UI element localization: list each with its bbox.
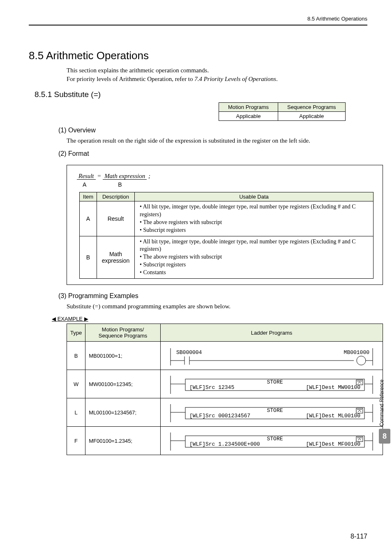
applic-head-sequence: Sequence Programs [278, 103, 345, 112]
examples-heading: (3) Programming Examples [58, 292, 367, 300]
side-tab-label: Command Reference [379, 379, 385, 426]
ladder-dest-label: [WLF]Dest ML00100 [306, 413, 360, 419]
examples-head-ladder: Ladder Programs [161, 324, 383, 342]
examples-head-prog: Motion Programs/Sequence Programs [85, 324, 161, 342]
format-usable-item: All bit type, integer type, double integ… [140, 238, 370, 254]
ladder-dest-label: [WLF]Dest MF00100 [306, 441, 360, 447]
format-usable-item: The above registers with subscript [140, 219, 370, 227]
example-marker: ◀ EXAMPLE ▶ [52, 316, 367, 322]
example-arrow-right-icon: ▶ [84, 316, 88, 322]
ladder-right-label: MB001000 [344, 349, 369, 356]
examples-cell-type: B [67, 342, 85, 370]
examples-row: WMW00100=12345; STORE [WLF]Src 12345 [WL… [67, 370, 383, 398]
ladder-diagram: STORE [WLF]Src 1.234500E+000 [WLF]Dest M… [161, 427, 383, 455]
examples-cell-prog: MF00100=1.2345; [85, 427, 161, 455]
svg-point-6 [357, 356, 366, 365]
format-table: Item Description Usable Data AResultAll … [79, 192, 374, 279]
ladder-left-label: SB000004 [176, 349, 202, 356]
format-row: AResultAll bit type, integer type, doubl… [80, 201, 374, 236]
formula-result: Result [77, 173, 96, 180]
examples-cell-type: W [67, 370, 85, 398]
examples-head-type: Type [67, 324, 85, 342]
ladder-diagram: STORE [WLF]Src 0001234567 [WLF]Dest ML00… [161, 398, 383, 426]
examples-intro: Substitute (=) command programming examp… [67, 302, 367, 311]
format-cell-desc: Result [97, 201, 135, 236]
examples-row: FMF00100=1.2345; STORE [WLF]Src 1.234500… [67, 427, 383, 455]
ladder-store-label: STORE [267, 436, 283, 442]
applic-head-motion: Motion Programs [219, 103, 278, 112]
formula-math: Math expression [103, 173, 147, 180]
ladder-store-label: STORE [267, 379, 283, 385]
format-usable-item: All bit type, integer type, double integ… [140, 203, 370, 219]
format-usable-item: Subscript registers [140, 227, 370, 234]
intro-line-1: This section explains the arithmetic ope… [67, 67, 209, 74]
ladder-dest-label: [WLF]Dest MW00100 [306, 384, 360, 391]
examples-cell-type: F [67, 427, 85, 455]
applic-val-motion: Applicable [219, 112, 278, 121]
side-tab: Command Reference 8 [379, 379, 390, 444]
examples-row: LML00100=1234567; STORE [WLF]Src 0001234… [67, 398, 383, 427]
example-arrow-left-icon: ◀ [52, 316, 56, 322]
intro-xref: 7.4 Priority Levels of Operations [194, 76, 276, 82]
format-cell-item: B [80, 236, 97, 278]
examples-table: Type Motion Programs/Sequence Programs L… [67, 324, 383, 455]
ladder-src-label: [WLF]Src 0001234567 [189, 413, 250, 419]
header-rule [29, 25, 367, 25]
example-marker-text: EXAMPLE [58, 316, 83, 322]
format-cell-usable: All bit type, integer type, double integ… [135, 201, 374, 236]
format-head-desc: Description [97, 192, 135, 201]
examples-row: BMB001000=1; SB000004 MB001000 [67, 342, 383, 370]
examples-cell-type: L [67, 398, 85, 427]
format-head-usable: Usable Data [135, 192, 374, 201]
examples-cell-ladder: STORE [WLF]Src 0001234567 [WLF]Dest ML00… [161, 398, 383, 427]
formula-label-a: A [83, 181, 86, 188]
format-usable-item: The above registers with subscript [140, 253, 370, 261]
header-breadcrumb: 8.5 Arithmetic Operations [307, 16, 367, 22]
format-usable-item: Constants [140, 269, 370, 277]
formula-eq: = [96, 173, 103, 179]
formula-labels: A B [83, 181, 376, 188]
examples-cell-prog: MW00100=12345; [85, 370, 161, 398]
subsection-title: 8.5.1 Substitute (=) [35, 90, 367, 99]
chapter-number-tab: 8 [379, 429, 390, 444]
applic-val-sequence: Applicable [278, 112, 345, 121]
format-cell-desc: Math expression [97, 236, 135, 278]
format-cell-item: A [80, 201, 97, 236]
ladder-diagram: SB000004 MB001000 [161, 342, 383, 370]
examples-cell-prog: MB001000=1; [85, 342, 161, 370]
ladder-src-label: [WLF]Src 12345 [189, 384, 234, 391]
examples-cell-ladder: STORE [WLF]Src 12345 [WLF]Dest MW00100 [161, 370, 383, 398]
format-row: BMath expressionAll bit type, integer ty… [80, 236, 374, 278]
intro-line-2c: . [276, 76, 278, 82]
format-usable-item: Subscript registers [140, 261, 370, 269]
format-box: Result = Math expression ; A B Item Desc… [67, 165, 383, 285]
formula-label-b: B [118, 181, 122, 188]
examples-cell-ladder: SB000004 MB001000 [161, 342, 383, 370]
format-head-item: Item [80, 192, 97, 201]
ladder-store-label: STORE [267, 407, 283, 414]
format-cell-usable: All bit type, integer type, double integ… [135, 236, 374, 278]
overview-heading: (1) Overview [58, 127, 367, 134]
ladder-diagram: STORE [WLF]Src 12345 [WLF]Dest MW00100 [161, 370, 383, 398]
examples-cell-ladder: STORE [WLF]Src 1.234500E+000 [WLF]Dest M… [161, 427, 383, 455]
section-title: 8.5 Arithmetic Operations [29, 49, 367, 62]
applicability-table: Motion Programs Sequence Programs Applic… [219, 102, 346, 121]
format-formula: Result = Math expression ; [77, 173, 376, 180]
ladder-src-label: [WLF]Src 1.234500E+000 [189, 441, 260, 447]
formula-semi: ; [147, 173, 150, 179]
overview-text: The operation result on the right side o… [67, 136, 367, 145]
intro-line-2a: For priority levels of Arithmetic Operat… [67, 76, 194, 82]
format-heading: (2) Format [58, 150, 367, 157]
examples-cell-prog: ML00100=1234567; [85, 398, 161, 427]
page-number: 8-117 [350, 533, 367, 540]
